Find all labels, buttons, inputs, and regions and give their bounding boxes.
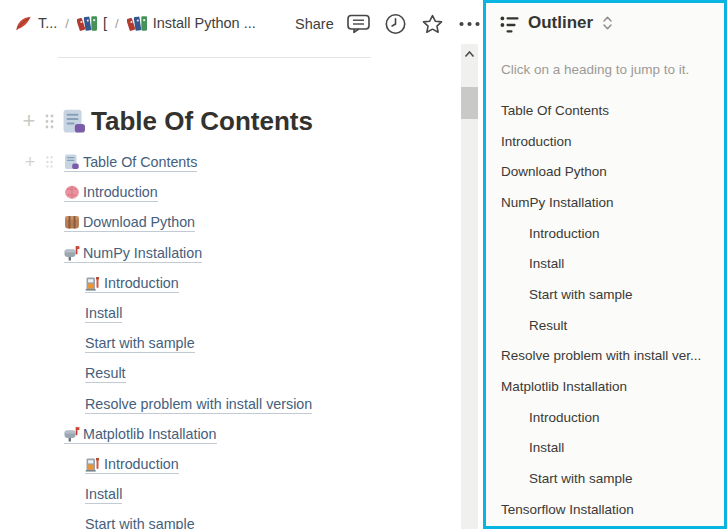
- books-icon: [127, 13, 148, 33]
- page-link[interactable]: Introduction: [64, 184, 158, 202]
- outline-item[interactable]: Tensorflow Installation: [486, 494, 724, 525]
- page-link[interactable]: Introduction: [85, 275, 179, 293]
- page-title-row: + Table Of Contents: [18, 103, 313, 139]
- outline-item[interactable]: Start with sample: [486, 463, 724, 494]
- drag-handle-icon[interactable]: [43, 113, 56, 130]
- page-link-label: Result: [85, 365, 126, 381]
- page-link-label: Introduction: [104, 275, 179, 291]
- page-link-label: NumPy Installation: [83, 245, 202, 261]
- document-body: + Table Of Contents: [0, 148, 460, 529]
- outline-item[interactable]: Start with sample: [486, 279, 724, 310]
- outline-item[interactable]: Introduction: [486, 126, 724, 157]
- mailbox-icon: [64, 245, 80, 261]
- outliner-hint: Click on a heading to jump to it.: [501, 62, 689, 77]
- drag-handle-icon[interactable]: [44, 155, 55, 169]
- breadcrumb-item-current[interactable]: Install Python ...: [127, 13, 256, 33]
- page-link[interactable]: Introduction: [85, 456, 179, 474]
- page-link[interactable]: Matplotlib Installation: [64, 426, 217, 444]
- outline-item[interactable]: Download Python: [486, 156, 724, 187]
- fuelpump-icon: [85, 275, 101, 291]
- page-link-label: Download Python: [83, 214, 195, 230]
- fuelpump-icon: [85, 456, 101, 472]
- page-link[interactable]: Resolve problem with install version: [85, 396, 312, 414]
- doc-link-row: Resolve problem with install version: [0, 390, 460, 420]
- mailbox-icon: [64, 426, 80, 442]
- breadcrumb-separator: /: [114, 16, 120, 31]
- outliner-panel: Outliner Click on a heading to jump to i…: [483, 0, 727, 529]
- page-link[interactable]: Start with sample: [85, 335, 195, 353]
- more-icon[interactable]: [457, 12, 482, 36]
- page-link-label: Matplotlib Installation: [83, 426, 217, 442]
- comment-icon[interactable]: [346, 12, 371, 36]
- outliner-list: Table Of Contents Introduction Download …: [486, 95, 724, 525]
- outline-item[interactable]: Table Of Contents: [486, 95, 724, 126]
- doc-link-row: Start with sample: [0, 510, 460, 529]
- page-link[interactable]: Start with sample: [85, 516, 195, 529]
- breadcrumb: T... / [ / Install Python ...: [14, 13, 256, 33]
- scrollbar[interactable]: [461, 44, 478, 529]
- breadcrumb-label: T...: [38, 15, 57, 31]
- page-link-label: Table Of Contents: [83, 154, 197, 170]
- doc-link-row: Install: [0, 299, 460, 329]
- brain-icon: [64, 184, 80, 200]
- page-link[interactable]: Download Python: [64, 214, 195, 232]
- content-divider: [58, 57, 371, 58]
- page-link[interactable]: Install: [85, 486, 122, 504]
- breadcrumb-label: Install Python ...: [153, 15, 256, 31]
- outliner-title: Outliner: [528, 13, 593, 33]
- outline-item[interactable]: Introduction: [486, 402, 724, 433]
- feather-icon: [14, 14, 33, 33]
- outline-item[interactable]: Introduction: [486, 218, 724, 249]
- page-link[interactable]: NumPy Installation: [64, 245, 202, 263]
- page-link-label: Introduction: [83, 184, 158, 200]
- page-link-label: Introduction: [104, 456, 179, 472]
- add-block-button[interactable]: +: [20, 153, 40, 171]
- page-link-label: Install: [85, 305, 122, 321]
- chevron-up-icon[interactable]: [464, 50, 475, 58]
- page-link-label: Resolve problem with install version: [85, 396, 312, 412]
- doc-link-row: + Table Of Contents: [0, 148, 460, 178]
- breadcrumb-label: [: [103, 15, 107, 31]
- page-title: Table Of Contents: [91, 106, 313, 137]
- outline-list-icon: [500, 14, 519, 33]
- doc-link-row: Introduction: [0, 269, 460, 299]
- doc-link-row: Introduction: [0, 450, 460, 480]
- books-icon: [77, 13, 98, 33]
- doc-link-row: Download Python: [0, 208, 460, 238]
- outline-item[interactable]: Resolve problem with install ver...: [486, 341, 724, 372]
- history-icon[interactable]: [383, 12, 408, 36]
- outline-item[interactable]: Result: [486, 310, 724, 341]
- doc-link-row: Introduction: [0, 178, 460, 208]
- breadcrumb-item-workspace[interactable]: T...: [14, 14, 57, 33]
- outline-item[interactable]: NumPy Installation: [486, 187, 724, 218]
- package-icon: [64, 214, 80, 230]
- doc-link-row: NumPy Installation: [0, 239, 460, 269]
- outliner-header: Outliner: [500, 13, 613, 33]
- add-block-button[interactable]: +: [18, 110, 40, 132]
- doc-link-row: Matplotlib Installation: [0, 420, 460, 450]
- breadcrumb-item-parent[interactable]: [: [77, 13, 107, 33]
- block-controls: +: [20, 153, 59, 171]
- page-link-label: Start with sample: [85, 335, 195, 351]
- page-link[interactable]: Install: [85, 305, 122, 323]
- doc-link-row: Install: [0, 480, 460, 510]
- page-link[interactable]: Result: [85, 365, 126, 383]
- page-link-label: Start with sample: [85, 516, 195, 529]
- doc-link-row: Start with sample: [0, 329, 460, 359]
- doc-link-row: Result: [0, 359, 460, 389]
- outline-item[interactable]: Matplotlib Installation: [486, 371, 724, 402]
- star-icon[interactable]: [420, 12, 445, 36]
- outline-item[interactable]: Install: [486, 433, 724, 464]
- toc-page-icon: [62, 109, 87, 134]
- breadcrumb-separator: /: [64, 16, 70, 31]
- toc-page-icon: [64, 154, 80, 170]
- share-button[interactable]: Share: [295, 16, 334, 32]
- scrollbar-thumb[interactable]: [461, 87, 478, 119]
- page-link-label: Install: [85, 486, 122, 502]
- sort-chevrons-icon[interactable]: [602, 14, 613, 32]
- outline-item[interactable]: Install: [486, 248, 724, 279]
- page-link[interactable]: Table Of Contents: [64, 154, 197, 172]
- topbar-actions: Share: [295, 12, 482, 36]
